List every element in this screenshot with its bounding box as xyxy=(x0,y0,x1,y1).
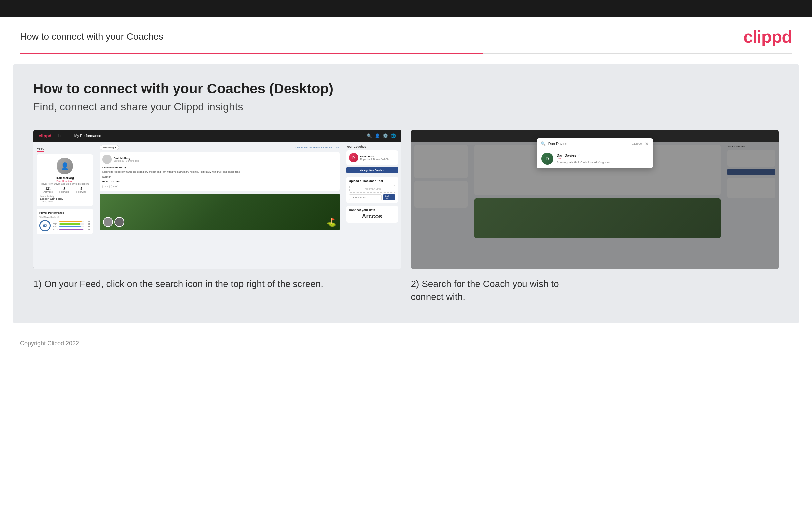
coach-avatar: D xyxy=(349,153,358,162)
lesson-coach-name: Blair McHarg xyxy=(114,157,139,160)
lesson-tags: OTT APP xyxy=(102,185,337,188)
profile-icon[interactable]: 👤 xyxy=(375,133,380,138)
main-heading: How to connect with your Coaches (Deskto… xyxy=(33,81,779,97)
search-input-row: 🔍 Dan Davies CLEAR ✕ xyxy=(537,138,653,150)
trackman-section: Upload a Trackman Test Trackman Link Add… xyxy=(346,177,398,203)
following-button[interactable]: Following ▾ xyxy=(100,145,119,150)
lesson-text: Looking to feel like my hands are exitin… xyxy=(102,170,337,174)
right-screenshot-col: Your Coaches 🔍 Dan Davies CLEAR ✕ xyxy=(411,130,779,303)
coach-card: D David Ford Royal North Devon Golf Club xyxy=(346,151,398,165)
coach-club: Royal North Devon Golf Club xyxy=(360,158,390,160)
golfer-silhouette-2 xyxy=(114,217,124,227)
left-screenshot-frame: clippd Home My Performance 🔍 👤 ⚙️ 🌐 Feed xyxy=(33,130,401,269)
lesson-header: Blair McHarg Yesterday · Sunningdale xyxy=(102,155,337,164)
perf-title: Player Performance xyxy=(39,211,90,214)
profile-handicap: Plus Handicap xyxy=(40,180,90,183)
stat-followers: 3 Followers xyxy=(59,187,69,193)
connect-title: Connect your data xyxy=(349,208,395,212)
bar-arg: ARG 86 xyxy=(52,225,90,227)
lesson-title: Lesson with Fordy xyxy=(102,166,337,169)
result-name: Dan Davies xyxy=(557,153,576,157)
nav-my-performance[interactable]: My Performance xyxy=(75,134,101,138)
app-body: Feed Blair McHarg Plus Handicap Royal No… xyxy=(33,142,401,269)
verified-icon: ✓ xyxy=(578,154,580,157)
bar-putt: PUTT 96 xyxy=(52,228,90,230)
stat-following: 4 Following xyxy=(77,187,86,193)
top-bar xyxy=(0,0,812,17)
trackman-input[interactable] xyxy=(349,194,382,200)
right-panel: Your Coaches D David Ford Royal North De… xyxy=(343,142,401,269)
footer-text: Copyright Clippd 2022 xyxy=(20,340,79,347)
search-icon[interactable]: 🔍 xyxy=(367,133,372,138)
perf-score: 92 xyxy=(39,220,51,231)
app-nav: clippd Home My Performance 🔍 👤 ⚙️ 🌐 xyxy=(33,130,401,142)
search-input-value[interactable]: Dan Davies xyxy=(548,142,631,146)
nav-icons: 🔍 👤 ⚙️ 🌐 xyxy=(367,133,396,138)
search-result-item[interactable]: D Dan Davies ✓ Pro Sunningdale Golf Club… xyxy=(537,150,653,168)
control-link[interactable]: Control who can see your activity and da… xyxy=(296,146,340,149)
tag-app: APP xyxy=(111,185,118,188)
page-header: How to connect with your Coaches clippd xyxy=(0,17,812,53)
nav-logo: clippd xyxy=(39,133,51,138)
page-footer: Copyright Clippd 2022 xyxy=(0,333,812,354)
right-caption: 2) Search for the Coach you wish toconne… xyxy=(411,278,779,303)
right-screenshot-frame: Your Coaches 🔍 Dan Davies CLEAR ✕ xyxy=(411,130,779,269)
screenshots-row: clippd Home My Performance 🔍 👤 ⚙️ 🌐 Feed xyxy=(33,130,779,303)
coaches-title: Your Coaches xyxy=(346,145,398,149)
left-panel: Feed Blair McHarg Plus Handicap Royal No… xyxy=(33,142,96,269)
tag-ott: OTT xyxy=(102,185,110,188)
profile-name: Blair McHarg xyxy=(40,176,90,180)
search-icon: 🔍 xyxy=(541,141,546,146)
main-content: How to connect with your Coaches (Deskto… xyxy=(13,64,799,323)
nav-home[interactable]: Home xyxy=(58,134,67,138)
settings-icon[interactable]: ⚙️ xyxy=(383,133,388,138)
lesson-meta: Yesterday · Sunningdale xyxy=(114,160,139,162)
latest-activity: Latest Activity Lesson with Fordy 03 Aug… xyxy=(40,195,90,203)
golfer-silhouette-1 xyxy=(103,217,113,227)
mid-panel: Following ▾ Control who can see your act… xyxy=(96,142,343,269)
coach-name: David Ford xyxy=(360,155,390,158)
feed-tab[interactable]: Feed xyxy=(37,147,44,152)
add-link-button[interactable]: Add Link xyxy=(383,194,395,200)
player-performance-card: Player Performance Total Player Quality … xyxy=(37,209,93,234)
manage-coaches-button[interactable]: Manage Your Coaches xyxy=(346,167,398,173)
perf-bars: OTT 90 APP 85 xyxy=(52,220,90,231)
following-row: Following ▾ Control who can see your act… xyxy=(100,145,340,150)
bar-app: APP 85 xyxy=(52,223,90,225)
profile-avatar xyxy=(56,158,73,174)
search-overlay: 🔍 Dan Davies CLEAR ✕ D Dan Davies ✓ Pro xyxy=(537,138,653,168)
stat-activities: 131 Activities xyxy=(43,187,52,193)
left-caption: 1) On your Feed, click on the search ico… xyxy=(33,278,401,290)
perf-score-row: 92 OTT 90 APP xyxy=(39,220,90,231)
result-club: Sunningdale Golf Club, United Kingdom xyxy=(557,161,610,164)
arccos-logo: Arccos xyxy=(349,213,395,220)
lesson-duration: Duration xyxy=(102,176,337,178)
trackman-title: Upload a Trackman Test xyxy=(349,179,395,183)
profile-stats: 131 Activities 3 Followers 4 Following xyxy=(40,187,90,193)
close-icon[interactable]: ✕ xyxy=(645,141,649,146)
globe-icon[interactable]: 🌐 xyxy=(390,133,396,138)
bar-ott: OTT 90 xyxy=(52,220,90,222)
profile-club: Royal North Devon Golf Club, United King… xyxy=(40,183,90,185)
profile-card: Blair McHarg Plus Handicap Royal North D… xyxy=(37,154,93,206)
trackman-link-box: Trackman Link xyxy=(349,185,395,193)
main-subheading: Find, connect and share your Clippd insi… xyxy=(33,101,779,113)
clear-button[interactable]: CLEAR xyxy=(631,142,642,145)
clippd-logo: clippd xyxy=(743,27,792,47)
lesson-avatar xyxy=(102,155,112,164)
page-title: How to connect with your Coaches xyxy=(20,31,163,42)
connect-section: Connect your data Arccos xyxy=(346,206,398,222)
lesson-card: Blair McHarg Yesterday · Sunningdale Les… xyxy=(100,152,340,191)
left-screenshot-col: clippd Home My Performance 🔍 👤 ⚙️ 🌐 Feed xyxy=(33,130,401,303)
lesson-duration-value: 01 hr : 30 min xyxy=(102,180,337,183)
header-divider xyxy=(20,53,792,54)
result-avatar: D xyxy=(541,153,554,165)
lesson-image xyxy=(100,194,340,230)
result-role: Pro xyxy=(557,157,610,161)
